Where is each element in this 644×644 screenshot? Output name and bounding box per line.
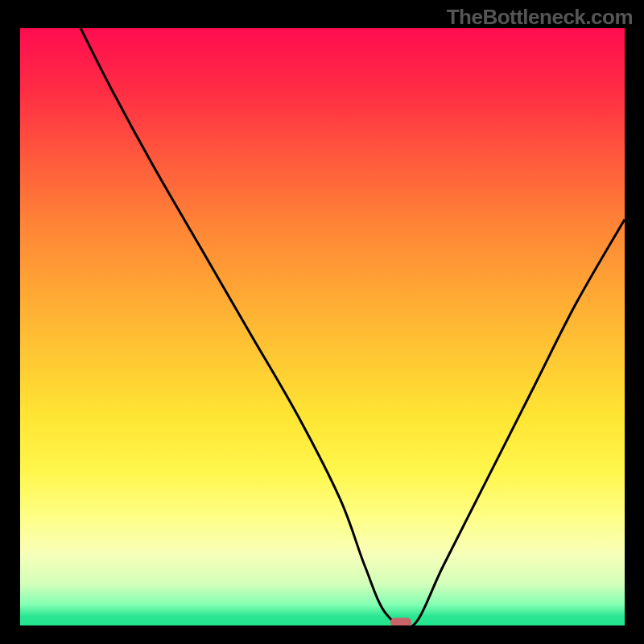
plot-area bbox=[20, 28, 625, 625]
curve-line bbox=[80, 28, 625, 625]
bottleneck-curve bbox=[20, 28, 625, 625]
watermark-text: TheBottleneck.com bbox=[447, 5, 633, 30]
optimal-point-marker bbox=[390, 618, 411, 626]
chart-frame: TheBottleneck.com bbox=[0, 0, 644, 644]
